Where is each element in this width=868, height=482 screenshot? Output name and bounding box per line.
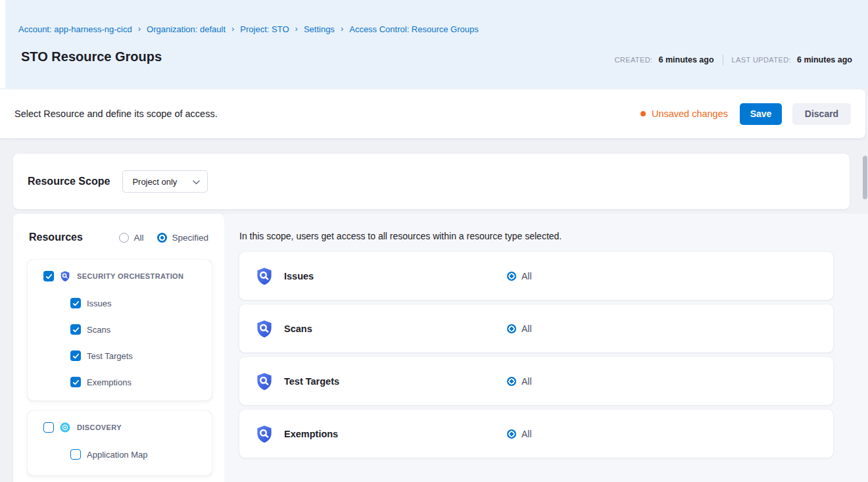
access-label: All [521,271,532,281]
group-row[interactable]: DISCOVERY [28,411,212,441]
action-toolbar: Select Resource and define its scope of … [0,89,865,138]
radio-all[interactable]: All [119,233,143,243]
radio-selected-icon [507,429,516,439]
breadcrumb-link-settings[interactable]: Settings [304,24,335,34]
sto-shield-icon [254,424,274,444]
resource-item-label: Application Map [87,450,148,460]
breadcrumb-link-resource-groups[interactable]: Access Control: Resource Groups [349,24,479,34]
resource-card-issues: Issues All [239,252,833,300]
chevron-right-icon: › [138,24,141,33]
resource-item-label: Exemptions [87,377,132,387]
checkbox-checked[interactable] [70,298,81,308]
resource-item-label: Issues [87,299,112,308]
radio-all-label: All [133,233,143,243]
resource-item-exemptions[interactable]: Exemptions [70,369,212,395]
last-updated-label: LAST UPDATED: [732,56,791,64]
group-row[interactable]: SECURITY ORCHESTRATION [28,260,212,290]
checkbox-unchecked[interactable] [70,449,81,460]
resource-scope-selected-value: Project only [132,177,177,187]
radio-specified[interactable]: Specified [157,233,208,243]
page-header: Account: app-harness-ng-cicd › Organizat… [5,0,868,88]
resource-item-scans[interactable]: Scans [70,316,212,343]
save-button[interactable]: Save [740,103,782,125]
access-label: All [521,376,532,387]
resource-card-title: Exemptions [284,429,507,439]
unsaved-changes-label: Unsaved changes [652,108,728,119]
resources-panel: Resources All Specified SECURITY ORCHEST… [13,214,224,482]
access-radio-all[interactable]: All [507,324,532,334]
radio-selected-icon [507,272,516,281]
resource-card-title: Scans [284,324,507,334]
sto-shield-icon [254,319,274,339]
created-label: CREATED: [615,56,653,64]
unsaved-dot-icon [640,111,646,116]
checkbox-checked[interactable] [70,350,81,361]
discard-button[interactable]: Discard [792,103,851,125]
resource-card-title: Test Targets [284,376,507,387]
access-radio-all[interactable]: All [507,429,532,439]
breadcrumb-link-project[interactable]: Project: STO [240,24,289,34]
access-label: All [521,429,532,439]
resource-item-application-map[interactable]: Application Map [70,441,212,468]
chevron-right-icon: › [341,24,343,33]
resource-item-label: Test Targets [87,351,133,361]
resource-scope-select[interactable]: Project only [122,170,208,193]
resource-card-exemptions: Exemptions All [239,410,833,458]
breadcrumb-link-organization[interactable]: Organization: default [147,24,226,34]
checkbox-unchecked[interactable] [43,422,54,433]
checkmark-icon [72,379,80,386]
resource-card-title: Issues [284,271,507,281]
checkbox-checked[interactable] [43,271,54,281]
meta-divider [723,55,723,65]
checkmark-icon [72,326,80,333]
resources-mode-radio-group: All Specified [119,233,208,243]
breadcrumb: Account: app-harness-ng-cicd › Organizat… [18,24,479,34]
checkmark-icon [72,352,80,360]
access-radio-all[interactable]: All [507,376,532,387]
sto-shield-icon [59,270,71,282]
access-radio-all[interactable]: All [507,271,532,281]
resource-item-issues[interactable]: Issues [70,290,212,316]
resource-group-discovery: DISCOVERY Application Map [28,411,212,475]
resource-item-test-targets[interactable]: Test Targets [70,343,212,369]
resources-panel-title: Resources [29,231,83,243]
chevron-right-icon: › [295,24,298,33]
resource-card-scans: Scans All [239,304,833,352]
group-label: DISCOVERY [77,423,122,431]
resource-group-security-orchestration: SECURITY ORCHESTRATION Issues Scans Test… [28,260,212,400]
discovery-icon [59,422,71,433]
radio-unselected-icon [119,233,129,243]
scope-detail-area: In this scope, users get access to all r… [224,214,868,482]
checkbox-checked[interactable] [70,324,81,335]
radio-selected-icon [157,233,167,243]
toolbar-description: Select Resource and define its scope of … [14,108,218,119]
sto-shield-icon [254,266,274,286]
radio-selected-icon [507,324,516,333]
breadcrumb-link-account[interactable]: Account: app-harness-ng-cicd [18,24,132,34]
created-value: 6 minutes ago [659,55,714,64]
page-title: STO Resource Groups [21,49,162,64]
chevron-right-icon: › [231,24,234,33]
sto-shield-icon [254,372,274,391]
resource-item-label: Scans [87,325,110,335]
radio-specified-label: Specified [172,233,208,243]
chevron-down-icon [193,180,200,185]
access-label: All [521,324,532,334]
checkmark-icon [72,300,80,307]
checkbox-checked[interactable] [70,377,81,387]
resource-scope-card: Resource Scope Project only [13,154,850,209]
scope-description: In this scope, users get access to all r… [239,231,868,241]
resource-scope-label: Resource Scope [28,176,110,187]
radio-selected-icon [507,377,516,386]
header-meta: CREATED: 6 minutes ago LAST UPDATED: 6 m… [615,55,852,65]
last-updated-value: 6 minutes ago [797,55,852,64]
resource-card-test-targets: Test Targets All [239,357,833,405]
vertical-scrollbar-thumb[interactable] [863,156,867,199]
nav-edge-strip [0,0,5,88]
group-label: SECURITY ORCHESTRATION [77,272,183,280]
checkmark-icon [45,273,53,280]
